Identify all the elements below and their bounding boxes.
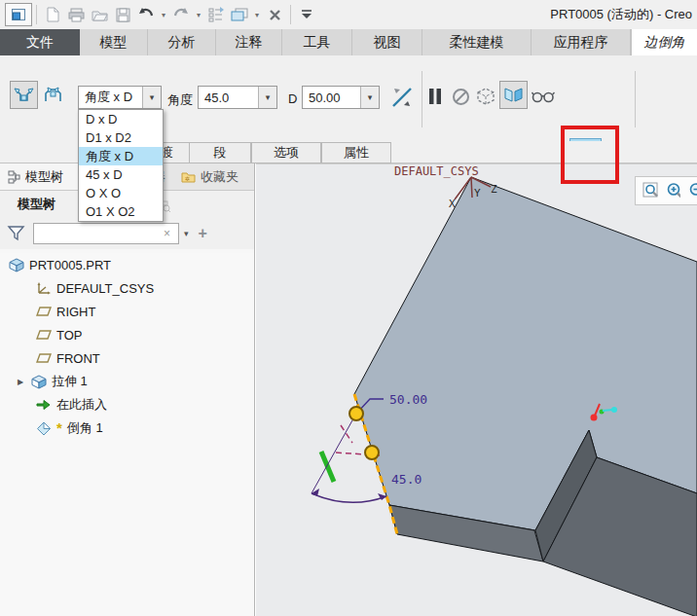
zoom-in-icon[interactable] bbox=[666, 182, 681, 200]
save-button[interactable] bbox=[111, 4, 134, 25]
angle-dimension-value[interactable]: 45.0 bbox=[391, 472, 422, 487]
pause-icon bbox=[428, 88, 442, 105]
tree-item-label: RIGHT bbox=[56, 305, 95, 319]
window-title: PRT0005 (活动的) - Creo bbox=[550, 0, 692, 29]
tree-item-extrude[interactable]: ▶ 拉伸 1 bbox=[0, 370, 254, 393]
zoom-window-icon[interactable] bbox=[642, 182, 658, 200]
open-button[interactable] bbox=[88, 4, 111, 25]
tree-item-chamfer[interactable]: * 倒角 1 bbox=[0, 417, 254, 440]
customize-toolbar-button[interactable] bbox=[295, 4, 318, 25]
dropdown-option-oxo[interactable]: O X O bbox=[79, 184, 163, 202]
filter-funnel-icon[interactable] bbox=[7, 225, 25, 242]
chamfer-transition-mode-icon bbox=[43, 86, 63, 103]
tree-filter-row: × ▾ + bbox=[0, 218, 254, 249]
tab-model[interactable]: 模型 bbox=[80, 29, 148, 55]
add-filter-button[interactable]: + bbox=[199, 225, 207, 242]
redo-dropdown-button[interactable]: ▾ bbox=[193, 4, 204, 25]
tab-view[interactable]: 视图 bbox=[352, 29, 422, 55]
tab-model-tree-label: 模型树 bbox=[25, 168, 63, 186]
print-button[interactable] bbox=[64, 4, 88, 25]
expander-arrow-icon[interactable]: ▶ bbox=[16, 378, 25, 386]
undo-dropdown-button[interactable]: ▾ bbox=[158, 4, 169, 25]
chevron-down-icon[interactable]: ▾ bbox=[142, 87, 161, 108]
window-menu-button[interactable] bbox=[5, 3, 32, 26]
tab-flexible-modeling[interactable]: 柔性建模 bbox=[422, 29, 532, 55]
regenerate-button[interactable] bbox=[204, 4, 228, 25]
csys-label[interactable]: DEFAULT_CSYS bbox=[394, 164, 479, 178]
tab-options[interactable]: 选项 bbox=[251, 142, 321, 163]
angle-value: 45.0 bbox=[199, 91, 258, 105]
tree-search-input[interactable] bbox=[33, 223, 179, 244]
scheme-value: 角度 x D bbox=[79, 89, 142, 106]
tab-annotate[interactable]: 注释 bbox=[216, 29, 282, 55]
chamfer-scheme-combobox[interactable]: 角度 x D ▾ bbox=[78, 86, 162, 109]
chevron-down-icon[interactable]: ▾ bbox=[184, 229, 189, 238]
chevron-down-icon: ▾ bbox=[255, 11, 259, 19]
tab-tools[interactable]: 工具 bbox=[282, 29, 352, 55]
clear-search-icon[interactable]: × bbox=[164, 227, 170, 240]
switch-windows-button[interactable] bbox=[228, 4, 251, 25]
set-mode-button[interactable] bbox=[10, 81, 38, 109]
no-preview-button[interactable] bbox=[450, 86, 471, 107]
tree-item-csys[interactable]: DEFAULT_CSYS bbox=[0, 276, 254, 300]
tree-item-label: 倒角 1 bbox=[67, 419, 103, 437]
verify-preview-button[interactable] bbox=[474, 84, 497, 109]
tree-item-plane-front[interactable]: FRONT bbox=[0, 346, 254, 370]
close-icon bbox=[269, 9, 281, 21]
redo-icon bbox=[172, 8, 190, 21]
csys-icon bbox=[35, 280, 52, 296]
tree-item-plane-right[interactable]: RIGHT bbox=[0, 300, 254, 323]
tab-properties[interactable]: 属性 bbox=[321, 142, 391, 163]
angle-combobox[interactable]: 45.0 ▾ bbox=[198, 86, 277, 109]
flip-dimension-button[interactable] bbox=[387, 83, 417, 112]
chamfer-set-mode-icon bbox=[14, 87, 34, 104]
transition-mode-button[interactable] bbox=[40, 81, 66, 107]
undo-button[interactable] bbox=[134, 4, 158, 25]
tab-favorites[interactable]: ✲ 收藏夹 bbox=[173, 163, 253, 190]
overflow-chevron-icon bbox=[301, 10, 312, 19]
dropdown-option-dxd[interactable]: D x D bbox=[79, 110, 163, 128]
chevron-down-icon[interactable]: ▾ bbox=[258, 87, 276, 108]
tab-pieces[interactable]: 段 bbox=[189, 142, 251, 163]
zoom-out-icon[interactable] bbox=[688, 182, 697, 200]
viewport-zoom-toolbar bbox=[635, 176, 697, 205]
tab-analysis[interactable]: 分析 bbox=[148, 29, 216, 55]
chamfer-drag-handle[interactable] bbox=[365, 446, 379, 459]
tree-item-plane-top[interactable]: TOP bbox=[0, 323, 254, 346]
tree-item-insert-here[interactable]: 在此插入 bbox=[0, 393, 254, 417]
no-preview-icon bbox=[452, 88, 470, 106]
tree-item-label: TOP bbox=[56, 328, 83, 343]
axis-z-label: Z bbox=[491, 183, 497, 196]
tab-edge-chamfer-active[interactable]: 边倒角 bbox=[631, 29, 697, 55]
glasses-check-button[interactable] bbox=[531, 86, 556, 107]
new-file-button[interactable] bbox=[41, 4, 64, 25]
distance-dimension-value[interactable]: 50.00 bbox=[389, 392, 427, 407]
chamfer-drag-handle[interactable] bbox=[349, 407, 363, 420]
tree-item-part[interactable]: PRT0005.PRT bbox=[0, 253, 254, 276]
divider bbox=[422, 71, 422, 127]
d-combobox[interactable]: 50.00 ▾ bbox=[302, 86, 380, 109]
tab-applications[interactable]: 应用程序 bbox=[532, 29, 631, 55]
divider bbox=[36, 5, 37, 24]
flip-arrows-icon bbox=[389, 85, 415, 110]
dropdown-option-o1xo2[interactable]: O1 X O2 bbox=[79, 202, 163, 221]
close-window-button[interactable] bbox=[263, 4, 286, 25]
tree-item-label: FRONT bbox=[56, 351, 100, 366]
datum-plane-icon bbox=[35, 327, 52, 343]
chevron-down-icon[interactable]: ▾ bbox=[360, 87, 379, 108]
tab-favorites-label: 收藏夹 bbox=[201, 168, 238, 186]
dropdown-option-d1xd2[interactable]: D1 x D2 bbox=[79, 128, 163, 147]
dropdown-option-45xd[interactable]: 45 x D bbox=[79, 165, 163, 184]
redo-button[interactable] bbox=[169, 4, 193, 25]
graphics-viewport[interactable]: 50.00 45.0 DEFAULT_CSYS X Y Z bbox=[256, 163, 697, 616]
dropdown-option-angle-x-d-selected[interactable]: 角度 x D bbox=[79, 147, 163, 165]
regenerate-icon bbox=[208, 7, 225, 22]
pause-button[interactable] bbox=[425, 84, 445, 109]
feature-preview-toggle[interactable] bbox=[499, 81, 528, 109]
angle-dimension-arc bbox=[312, 493, 386, 502]
datum-plane-icon bbox=[35, 304, 52, 319]
arc-arrowhead bbox=[312, 489, 319, 496]
tab-file[interactable]: 文件 bbox=[0, 29, 80, 55]
datum-plane-icon bbox=[35, 350, 52, 366]
windows-dropdown-button[interactable]: ▾ bbox=[251, 4, 263, 25]
